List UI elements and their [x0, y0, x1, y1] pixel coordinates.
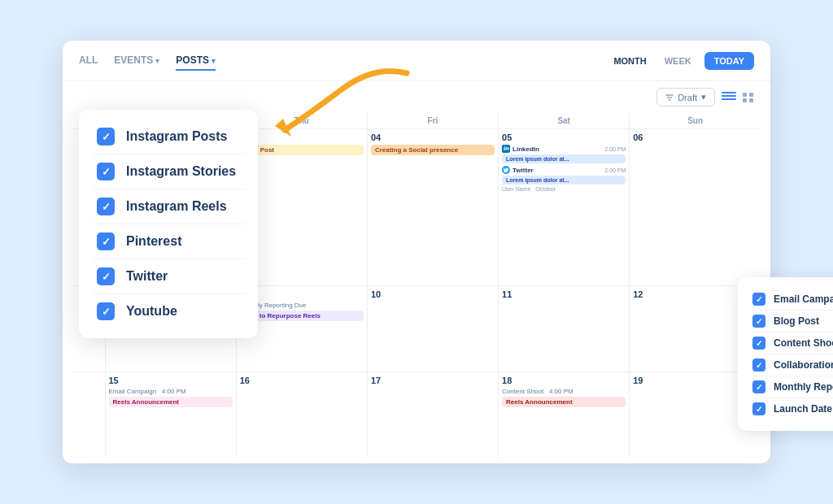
- event-user-name: User Name October: [502, 186, 626, 192]
- legend-item-email-campaign: Email Campaign: [752, 289, 833, 311]
- event-twitter[interactable]: Twitter: [512, 167, 534, 174]
- legend-check-content-shoot[interactable]: [752, 337, 765, 350]
- cal-cell-04: 04 Creating a Social presence: [367, 129, 498, 286]
- dropdown-label-pinterest: Pinterest: [126, 234, 181, 249]
- checkbox-youtube[interactable]: [97, 302, 115, 320]
- event-reels-announcement-1[interactable]: Reels Announcement: [109, 397, 233, 407]
- cal-cell-18: 18 Content Shoot 4:00 PM Reels Announcem…: [499, 371, 630, 457]
- cal-cell-11: 11: [499, 285, 630, 371]
- legend-label-email-campaign: Email Campaign: [774, 293, 833, 305]
- legend-label-collaboration: Collaboration: [774, 359, 833, 371]
- legend-item-collaboration: Collaboration: [752, 354, 833, 376]
- dropdown-label-twitter: Twitter: [126, 269, 168, 284]
- cal-toolbar: Draft ▾: [63, 81, 770, 113]
- legend-label-content-shoot: Content Shoot: [774, 337, 833, 349]
- today-button[interactable]: TODAY: [704, 52, 754, 70]
- legend-item-launch-date: Launch Date: [752, 398, 833, 419]
- header-right: MONTH WEEK TODAY: [608, 52, 754, 70]
- legend-check-collaboration[interactable]: [752, 358, 765, 371]
- legend-label-monthly-reporting: Monthly Reporting Due: [774, 381, 833, 393]
- checkbox-twitter[interactable]: [97, 267, 115, 285]
- dropdown-item-twitter[interactable]: Twitter: [92, 259, 245, 294]
- event-linkedin-desc[interactable]: Lorem ipsum dolor at...: [502, 154, 626, 163]
- dropdown-label-instagram-reels: Instagram Reels: [126, 199, 227, 214]
- legend-item-content-shoot: Content Shoot: [752, 332, 833, 354]
- cal-cell-17: 17: [367, 371, 498, 457]
- event-social-presence[interactable]: Creating a Social presence: [371, 145, 495, 155]
- checkbox-instagram-posts[interactable]: [97, 128, 115, 146]
- filter-label: Draft: [678, 93, 697, 102]
- filter-button[interactable]: Draft ▾: [656, 88, 715, 106]
- event-content-shoot[interactable]: Content Shoot 4:00 PM: [502, 388, 626, 395]
- legend-check-email-campaign[interactable]: [752, 293, 765, 306]
- dropdown-label-youtube: Youtube: [126, 304, 177, 319]
- tab-all[interactable]: ALL: [79, 51, 98, 71]
- dropdown-item-youtube[interactable]: Youtube: [92, 294, 245, 328]
- legend-check-launch-date[interactable]: [752, 402, 765, 415]
- event-monthly-reporting[interactable]: Monthly Reporting Due: [240, 302, 364, 309]
- cal-cell-16: 16: [236, 371, 367, 457]
- checkbox-pinterest[interactable]: [97, 232, 115, 250]
- tab-posts[interactable]: POSTS▾: [176, 51, 216, 71]
- col-sun: Sun: [630, 113, 761, 129]
- legend-item-monthly-reporting: Monthly Reporting Due: [752, 376, 833, 398]
- legend-check-monthly-reporting[interactable]: [752, 380, 765, 393]
- event-linkedin[interactable]: LinkedIn: [512, 146, 539, 153]
- cal-cell-06: 06: [630, 129, 761, 286]
- col-sat: Sat: [499, 113, 630, 129]
- legend-label-blog-post: Blog Post: [774, 315, 819, 327]
- dropdown-panel: Instagram Posts Instagram Stories Instag…: [79, 110, 258, 338]
- dropdown-item-instagram-stories[interactable]: Instagram Stories: [92, 154, 245, 189]
- legend-check-blog-post[interactable]: [752, 315, 765, 328]
- dropdown-label-instagram-stories: Instagram Stories: [126, 164, 236, 179]
- list-view-icon[interactable]: [722, 92, 736, 103]
- col-fri: Fri: [367, 113, 498, 129]
- event-twitter-desc[interactable]: Lorem ipsum dolor at...: [502, 176, 626, 185]
- event-repurpose-reels[interactable]: How to Repurpose Reels: [240, 311, 364, 321]
- tab-events[interactable]: EVENTS▾: [114, 51, 159, 71]
- legend-panel: Email Campaign Blog Post Content Shoot C…: [738, 277, 833, 431]
- dropdown-label-instagram-posts: Instagram Posts: [126, 129, 227, 144]
- dropdown-item-instagram-reels[interactable]: Instagram Reels: [92, 189, 245, 224]
- filter-caret: ▾: [701, 92, 706, 102]
- cal-cell-10: 10: [367, 285, 498, 371]
- view-week-btn[interactable]: WEEK: [660, 54, 696, 68]
- cal-cell-15: 15 Email Campaign 4:00 PM Reels Announce…: [105, 371, 236, 457]
- dropdown-item-pinterest[interactable]: Pinterest: [92, 224, 245, 259]
- legend-label-launch-date: Launch Date: [774, 403, 832, 415]
- cal-cell-05: 05 LinkedIn 2:00 PM Lorem ipsum dolor at…: [499, 129, 630, 286]
- view-month-btn[interactable]: MONTH: [608, 54, 651, 68]
- event-blog-post[interactable]: Blog Post: [240, 145, 364, 155]
- grid-view-icon[interactable]: [743, 93, 754, 102]
- main-card: ALL EVENTS▾ POSTS▾ MONTH WEEK TODAY Draf…: [63, 41, 770, 463]
- dropdown-item-instagram-posts[interactable]: Instagram Posts: [92, 119, 245, 154]
- header-bar: ALL EVENTS▾ POSTS▾ MONTH WEEK TODAY: [63, 41, 770, 81]
- checkbox-instagram-reels[interactable]: [97, 198, 115, 215]
- checkbox-instagram-stories[interactable]: [97, 163, 115, 180]
- event-email-campaign[interactable]: Email Campaign 4:00 PM: [109, 388, 233, 395]
- legend-item-blog-post: Blog Post: [752, 311, 833, 332]
- event-reels-announcement-2[interactable]: Reels Announcement: [502, 397, 626, 407]
